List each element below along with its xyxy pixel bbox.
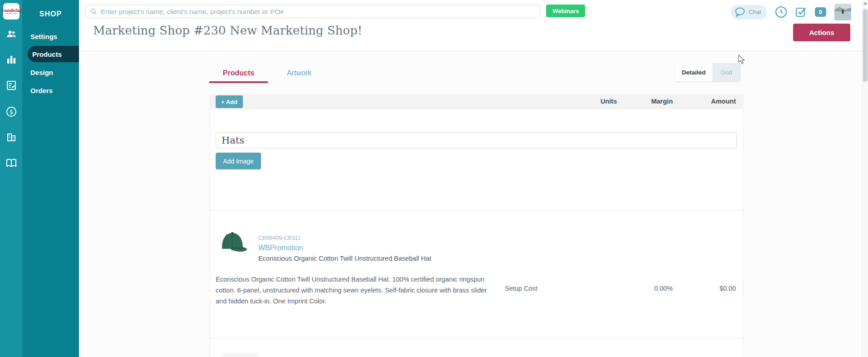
product-vendor[interactable]: WBPromotion (258, 244, 303, 252)
sidebar-item-label: Design (30, 69, 53, 76)
logo-text: Vandelay (1, 8, 21, 13)
product-name: Econscious Organic Cotton Twill Unstruct… (258, 255, 431, 262)
tab-artwork[interactable]: Artwork (274, 63, 324, 83)
add-button-label: Add (226, 99, 237, 105)
product-sku[interactable]: CB98409-CB311 (258, 235, 301, 241)
sidebar-item-design[interactable]: Design (22, 64, 79, 80)
sidebar-title: SHOP (22, 10, 79, 18)
scroll-up-arrow[interactable] (863, 2, 867, 5)
setup-cost-margin: 0.00% (654, 285, 673, 292)
column-header-amount: Amount (711, 98, 736, 105)
company-logo[interactable]: Vandelay PROMOTIONS (3, 3, 20, 20)
baseball-cap-image (216, 228, 249, 258)
tab-label: Artwork (287, 69, 311, 77)
logo-tagline: PROMOTIONS (6, 13, 17, 15)
search-input[interactable] (101, 8, 535, 15)
setup-cost-label: Setup Cost (505, 285, 538, 292)
setup-cost-amount: $0.00 (720, 285, 736, 292)
users-icon[interactable] (0, 29, 22, 40)
plus-icon: + (221, 99, 225, 105)
add-product-button[interactable]: + Add (216, 95, 243, 108)
page-title: Marketing Shop #230 New Marketing Shop! (93, 24, 362, 37)
tab-products[interactable]: Products (209, 63, 268, 83)
column-header-units: Units (601, 98, 617, 105)
sidebar-item-settings[interactable]: Settings (22, 28, 79, 45)
product-image[interactable] (216, 228, 249, 258)
shop-sidebar: SHOP Settings Products Design Orders (22, 0, 79, 357)
building-icon[interactable] (0, 132, 22, 142)
section-divider (210, 210, 743, 211)
sidebar-item-orders[interactable]: Orders (22, 82, 79, 99)
page-scrollbar[interactable] (862, 0, 868, 357)
search-icon (90, 8, 97, 15)
dollar-icon[interactable]: $ (0, 106, 22, 117)
view-toggle-detailed[interactable]: Detailed (675, 63, 712, 81)
view-toggle: Detailed Grid (675, 63, 740, 81)
chat-button[interactable]: Chat (731, 5, 766, 20)
icon-rail: Vandelay PROMOTIONS $ (0, 0, 22, 357)
clock-icon[interactable] (775, 6, 787, 18)
svg-text:$: $ (9, 109, 13, 115)
products-toolbar: + Add Units Margin Amount (210, 94, 743, 109)
view-toggle-grid[interactable]: Grid (712, 63, 740, 81)
add-image-button[interactable]: Add Image (216, 153, 261, 169)
top-header: Webinars Chat 0 Marketing Shop #230 New … (79, 0, 862, 51)
product-description: Econscious Organic Cotton Twill Unstruct… (216, 274, 495, 307)
actions-button[interactable]: Actions (793, 24, 850, 41)
column-header-margin: Margin (651, 98, 673, 105)
sidebar-item-label: Products (32, 50, 62, 58)
user-avatar[interactable] (834, 4, 851, 20)
book-icon[interactable] (0, 158, 22, 168)
webinars-button[interactable]: Webinars (546, 5, 585, 17)
checklist-icon[interactable] (0, 80, 22, 90)
main-content: Products Artwork Detailed Grid + Add Uni… (79, 51, 862, 357)
tab-label: Products (223, 69, 254, 77)
avatar-photo (834, 4, 851, 20)
tasks-check-icon[interactable] (795, 6, 807, 18)
item-title-input[interactable] (216, 132, 737, 149)
notification-badge[interactable]: 0 (815, 7, 826, 17)
products-table: + Add Units Margin Amount Add Image CB98… (209, 94, 743, 357)
sidebar-item-label: Orders (30, 87, 53, 94)
sidebar-item-label: Settings (30, 33, 57, 40)
scrollbar-thumb[interactable] (863, 9, 868, 82)
chat-bubble-icon (735, 7, 746, 17)
partial-button (221, 353, 260, 357)
row-divider (210, 338, 743, 339)
chat-label: Chat (749, 9, 761, 15)
project-search[interactable] (85, 5, 540, 18)
bar-chart-icon[interactable] (0, 55, 22, 64)
sidebar-item-products[interactable]: Products (28, 46, 79, 62)
